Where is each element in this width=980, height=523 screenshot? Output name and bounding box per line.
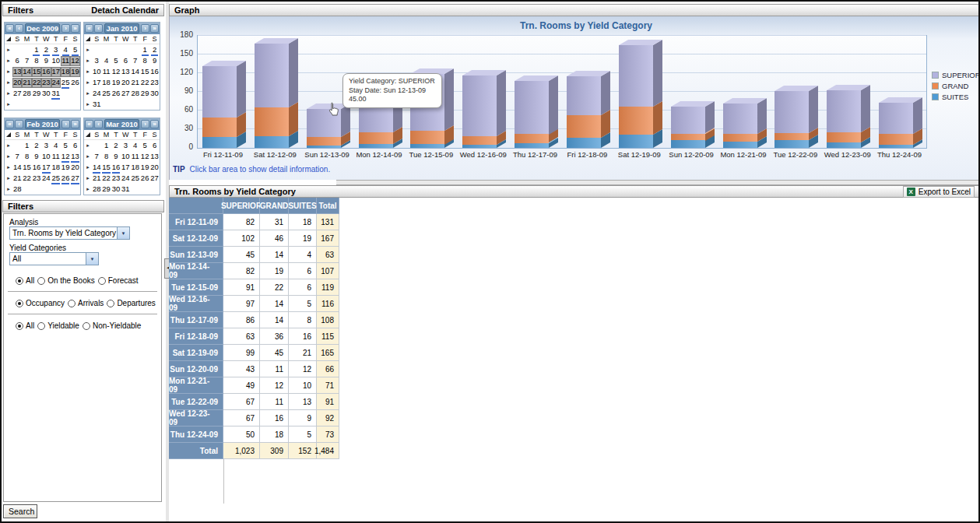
day-cell[interactable]: 6 — [70, 141, 79, 151]
week-select-icon[interactable]: ▸ — [5, 47, 12, 53]
chevron-down-icon[interactable]: ▼ — [86, 253, 98, 265]
prev-year-icon[interactable]: « — [5, 120, 14, 128]
day-cell[interactable]: 25 — [101, 89, 111, 99]
day-cell[interactable]: 22 — [101, 174, 111, 184]
day-cell[interactable]: 20 — [149, 163, 159, 173]
week-select-icon[interactable]: ▸ — [84, 175, 92, 181]
day-cell[interactable]: 6 — [149, 141, 159, 151]
day-cell[interactable]: 12 — [70, 56, 79, 66]
week-select-icon[interactable]: ▸ — [5, 90, 12, 97]
prev-month-icon[interactable]: ‹ — [94, 120, 103, 128]
prev-year-icon[interactable]: « — [5, 24, 14, 33]
week-select-icon[interactable]: ▸ — [84, 101, 92, 107]
day-cell[interactable]: 23 — [41, 78, 51, 88]
search-button[interactable]: Search — [3, 504, 37, 518]
bar-segment-grand[interactable] — [775, 133, 809, 140]
day-cell[interactable]: 25 — [61, 78, 70, 88]
day-cell[interactable]: 10 — [51, 56, 61, 66]
week-select-icon[interactable]: ▸ — [5, 101, 12, 107]
bar-segment-grand[interactable] — [255, 107, 289, 136]
day-cell[interactable]: 2 — [149, 45, 159, 55]
day-cell[interactable]: 18 — [51, 163, 61, 173]
day-cell[interactable]: 7 — [12, 152, 22, 162]
bar-segment-suites[interactable] — [879, 145, 913, 148]
day-cell[interactable]: 16 — [111, 163, 121, 173]
day-cell[interactable]: 16 — [149, 67, 159, 77]
week-select-icon[interactable]: ▸ — [5, 142, 12, 149]
day-cell[interactable]: 17 — [92, 78, 101, 88]
day-cell[interactable]: 25 — [131, 174, 140, 184]
next-year-icon[interactable]: » — [150, 24, 159, 33]
day-cell[interactable]: 11 — [61, 56, 70, 66]
radio-forecast[interactable]: Forecast — [98, 276, 139, 285]
day-cell[interactable]: 7 — [131, 56, 140, 66]
day-cell[interactable]: 3 — [51, 45, 61, 55]
day-cell[interactable]: 30 — [111, 184, 121, 195]
day-cell[interactable]: 19 — [70, 67, 79, 77]
day-cell[interactable]: 15 — [101, 163, 111, 173]
radio-button-icon[interactable] — [83, 322, 90, 330]
day-cell[interactable]: 14 — [22, 67, 31, 77]
day-cell[interactable]: 23 — [111, 174, 121, 184]
radio-all[interactable]: All — [16, 276, 34, 285]
day-cell[interactable]: 18 — [131, 163, 140, 173]
week-select-icon[interactable]: ▸ — [84, 47, 92, 53]
day-cell[interactable]: 17 — [121, 163, 130, 173]
radio-arrivals[interactable]: Arrivals — [68, 299, 104, 307]
day-cell[interactable]: 6 — [12, 56, 22, 66]
week-select-icon[interactable]: ▸ — [84, 68, 92, 75]
day-cell[interactable]: 27 — [121, 89, 130, 99]
day-cell[interactable]: 9 — [149, 56, 159, 66]
week-select-icon[interactable]: ▸ — [84, 164, 92, 170]
export-to-excel-button[interactable]: X Export to Excel — [903, 186, 975, 198]
day-cell[interactable]: 13 — [12, 67, 22, 77]
day-cell[interactable]: 19 — [111, 78, 121, 88]
day-cell[interactable]: 17 — [51, 67, 61, 77]
radio-all[interactable]: All — [16, 321, 34, 330]
day-cell[interactable]: 24 — [92, 89, 101, 99]
day-cell[interactable]: 9 — [41, 56, 51, 66]
bar-segment-grand[interactable] — [462, 136, 497, 145]
bar-segment-grand[interactable] — [879, 134, 913, 145]
day-cell[interactable]: 1 — [32, 45, 41, 55]
day-cell[interactable]: 15 — [140, 67, 149, 77]
day-cell[interactable]: 1 — [140, 45, 149, 55]
bar-segment-suites[interactable] — [775, 140, 809, 148]
day-cell[interactable]: 28 — [22, 89, 31, 99]
day-cell[interactable]: 24 — [41, 174, 51, 184]
day-cell[interactable]: 14 — [92, 163, 101, 173]
radio-non-yieldable[interactable]: Non-Yieldable — [83, 321, 141, 330]
analysis-select[interactable]: Trn. Rooms by Yield Category ▼ — [9, 226, 130, 240]
day-cell[interactable]: 20 — [12, 78, 22, 88]
next-year-icon[interactable]: » — [71, 24, 79, 33]
week-select-icon[interactable]: ▸ — [5, 164, 12, 170]
day-cell[interactable]: 27 — [12, 89, 22, 99]
day-cell[interactable]: 26 — [140, 174, 149, 184]
bar-segment-superior[interactable] — [515, 81, 549, 135]
day-cell[interactable]: 19 — [61, 163, 70, 173]
day-cell[interactable]: 27 — [149, 174, 159, 184]
week-select-icon[interactable]: ▸ — [84, 186, 92, 192]
week-select-icon[interactable]: ▸ — [84, 90, 92, 97]
radio-occupancy[interactable]: Occupancy — [16, 299, 65, 307]
day-cell[interactable]: 20 — [121, 78, 130, 88]
bar-segment-grand[interactable] — [567, 115, 601, 138]
prev-year-icon[interactable]: « — [85, 120, 93, 128]
day-cell[interactable]: 13 — [70, 152, 79, 162]
bar-segment-superior[interactable] — [619, 45, 653, 107]
day-cell[interactable]: 3 — [121, 141, 130, 151]
day-cell[interactable]: 13 — [149, 152, 159, 162]
day-cell[interactable]: 25 — [51, 174, 61, 184]
bar-segment-grand[interactable] — [619, 107, 653, 135]
bar-segment-suites[interactable] — [410, 144, 444, 148]
bar-segment-superior[interactable] — [462, 75, 497, 136]
day-cell[interactable]: 26 — [111, 89, 121, 99]
day-cell[interactable]: 16 — [32, 163, 41, 173]
day-cell[interactable]: 13 — [121, 67, 130, 77]
day-cell[interactable]: 11 — [51, 152, 61, 162]
bar-segment-suites[interactable] — [619, 135, 653, 148]
select-all-days-icon[interactable] — [5, 132, 12, 138]
day-cell[interactable]: 28 — [92, 184, 101, 195]
day-cell[interactable]: 31 — [51, 89, 61, 99]
select-all-days-icon[interactable] — [84, 132, 92, 138]
